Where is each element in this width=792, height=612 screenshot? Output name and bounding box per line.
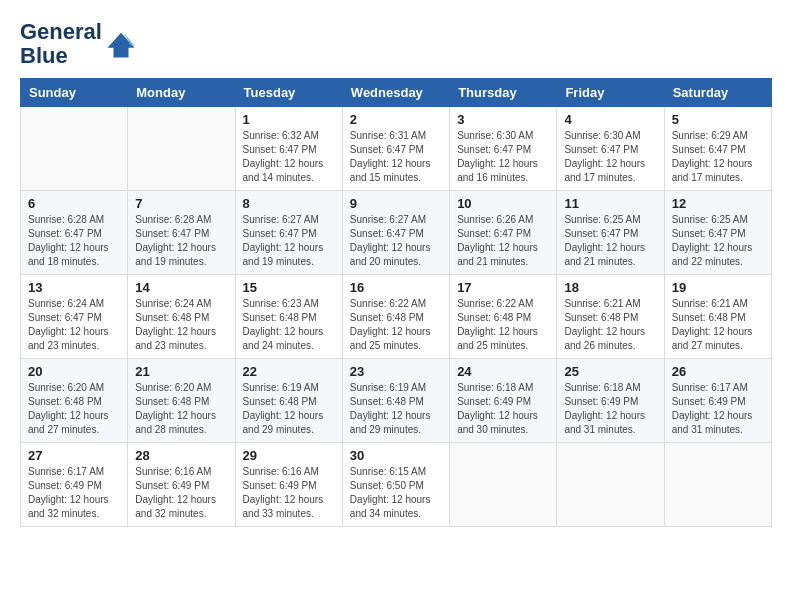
calendar-week-row: 27Sunrise: 6:17 AMSunset: 6:49 PMDayligh… (21, 443, 772, 527)
day-number: 11 (564, 196, 656, 211)
day-info: Sunrise: 6:24 AMSunset: 6:47 PMDaylight:… (28, 297, 120, 353)
calendar-cell: 11Sunrise: 6:25 AMSunset: 6:47 PMDayligh… (557, 191, 664, 275)
calendar-table: SundayMondayTuesdayWednesdayThursdayFrid… (20, 78, 772, 527)
calendar-cell: 13Sunrise: 6:24 AMSunset: 6:47 PMDayligh… (21, 275, 128, 359)
day-info: Sunrise: 6:25 AMSunset: 6:47 PMDaylight:… (672, 213, 764, 269)
calendar-cell: 20Sunrise: 6:20 AMSunset: 6:48 PMDayligh… (21, 359, 128, 443)
day-info: Sunrise: 6:16 AMSunset: 6:49 PMDaylight:… (135, 465, 227, 521)
calendar-cell: 24Sunrise: 6:18 AMSunset: 6:49 PMDayligh… (450, 359, 557, 443)
calendar-cell: 18Sunrise: 6:21 AMSunset: 6:48 PMDayligh… (557, 275, 664, 359)
day-info: Sunrise: 6:28 AMSunset: 6:47 PMDaylight:… (28, 213, 120, 269)
day-number: 7 (135, 196, 227, 211)
day-info: Sunrise: 6:27 AMSunset: 6:47 PMDaylight:… (350, 213, 442, 269)
day-info: Sunrise: 6:22 AMSunset: 6:48 PMDaylight:… (350, 297, 442, 353)
calendar-cell: 27Sunrise: 6:17 AMSunset: 6:49 PMDayligh… (21, 443, 128, 527)
calendar-cell (128, 107, 235, 191)
calendar-week-row: 13Sunrise: 6:24 AMSunset: 6:47 PMDayligh… (21, 275, 772, 359)
day-number: 1 (243, 112, 335, 127)
calendar-week-row: 20Sunrise: 6:20 AMSunset: 6:48 PMDayligh… (21, 359, 772, 443)
day-number: 25 (564, 364, 656, 379)
day-number: 14 (135, 280, 227, 295)
logo-text: GeneralBlue (20, 20, 102, 68)
day-number: 13 (28, 280, 120, 295)
calendar-cell: 4Sunrise: 6:30 AMSunset: 6:47 PMDaylight… (557, 107, 664, 191)
calendar-cell (664, 443, 771, 527)
day-number: 16 (350, 280, 442, 295)
calendar-cell (21, 107, 128, 191)
logo: GeneralBlue (20, 20, 136, 68)
day-number: 4 (564, 112, 656, 127)
day-number: 3 (457, 112, 549, 127)
day-info: Sunrise: 6:31 AMSunset: 6:47 PMDaylight:… (350, 129, 442, 185)
page-header: GeneralBlue (20, 20, 772, 68)
calendar-header-tuesday: Tuesday (235, 79, 342, 107)
day-info: Sunrise: 6:24 AMSunset: 6:48 PMDaylight:… (135, 297, 227, 353)
calendar-cell: 17Sunrise: 6:22 AMSunset: 6:48 PMDayligh… (450, 275, 557, 359)
calendar-header-saturday: Saturday (664, 79, 771, 107)
calendar-cell: 2Sunrise: 6:31 AMSunset: 6:47 PMDaylight… (342, 107, 449, 191)
day-info: Sunrise: 6:16 AMSunset: 6:49 PMDaylight:… (243, 465, 335, 521)
calendar-header-row: SundayMondayTuesdayWednesdayThursdayFrid… (21, 79, 772, 107)
day-info: Sunrise: 6:30 AMSunset: 6:47 PMDaylight:… (457, 129, 549, 185)
calendar-cell: 8Sunrise: 6:27 AMSunset: 6:47 PMDaylight… (235, 191, 342, 275)
day-info: Sunrise: 6:19 AMSunset: 6:48 PMDaylight:… (243, 381, 335, 437)
day-info: Sunrise: 6:20 AMSunset: 6:48 PMDaylight:… (135, 381, 227, 437)
calendar-week-row: 1Sunrise: 6:32 AMSunset: 6:47 PMDaylight… (21, 107, 772, 191)
day-info: Sunrise: 6:20 AMSunset: 6:48 PMDaylight:… (28, 381, 120, 437)
calendar-cell: 15Sunrise: 6:23 AMSunset: 6:48 PMDayligh… (235, 275, 342, 359)
calendar-cell: 1Sunrise: 6:32 AMSunset: 6:47 PMDaylight… (235, 107, 342, 191)
day-number: 23 (350, 364, 442, 379)
day-number: 21 (135, 364, 227, 379)
day-number: 17 (457, 280, 549, 295)
day-number: 22 (243, 364, 335, 379)
calendar-cell: 9Sunrise: 6:27 AMSunset: 6:47 PMDaylight… (342, 191, 449, 275)
day-info: Sunrise: 6:17 AMSunset: 6:49 PMDaylight:… (28, 465, 120, 521)
day-info: Sunrise: 6:21 AMSunset: 6:48 PMDaylight:… (672, 297, 764, 353)
day-number: 8 (243, 196, 335, 211)
day-number: 26 (672, 364, 764, 379)
calendar-cell: 29Sunrise: 6:16 AMSunset: 6:49 PMDayligh… (235, 443, 342, 527)
calendar-cell: 30Sunrise: 6:15 AMSunset: 6:50 PMDayligh… (342, 443, 449, 527)
calendar-cell: 16Sunrise: 6:22 AMSunset: 6:48 PMDayligh… (342, 275, 449, 359)
day-number: 12 (672, 196, 764, 211)
calendar-cell: 10Sunrise: 6:26 AMSunset: 6:47 PMDayligh… (450, 191, 557, 275)
calendar-cell: 7Sunrise: 6:28 AMSunset: 6:47 PMDaylight… (128, 191, 235, 275)
day-info: Sunrise: 6:29 AMSunset: 6:47 PMDaylight:… (672, 129, 764, 185)
day-number: 2 (350, 112, 442, 127)
day-number: 18 (564, 280, 656, 295)
day-number: 19 (672, 280, 764, 295)
day-info: Sunrise: 6:26 AMSunset: 6:47 PMDaylight:… (457, 213, 549, 269)
day-info: Sunrise: 6:30 AMSunset: 6:47 PMDaylight:… (564, 129, 656, 185)
calendar-cell: 26Sunrise: 6:17 AMSunset: 6:49 PMDayligh… (664, 359, 771, 443)
day-info: Sunrise: 6:23 AMSunset: 6:48 PMDaylight:… (243, 297, 335, 353)
day-info: Sunrise: 6:17 AMSunset: 6:49 PMDaylight:… (672, 381, 764, 437)
day-info: Sunrise: 6:18 AMSunset: 6:49 PMDaylight:… (564, 381, 656, 437)
day-info: Sunrise: 6:19 AMSunset: 6:48 PMDaylight:… (350, 381, 442, 437)
calendar-cell: 28Sunrise: 6:16 AMSunset: 6:49 PMDayligh… (128, 443, 235, 527)
calendar-cell: 6Sunrise: 6:28 AMSunset: 6:47 PMDaylight… (21, 191, 128, 275)
day-number: 6 (28, 196, 120, 211)
day-number: 10 (457, 196, 549, 211)
day-number: 15 (243, 280, 335, 295)
day-number: 5 (672, 112, 764, 127)
calendar-cell: 22Sunrise: 6:19 AMSunset: 6:48 PMDayligh… (235, 359, 342, 443)
day-number: 9 (350, 196, 442, 211)
calendar-header-thursday: Thursday (450, 79, 557, 107)
logo-icon (106, 29, 136, 59)
calendar-cell: 12Sunrise: 6:25 AMSunset: 6:47 PMDayligh… (664, 191, 771, 275)
calendar-cell (557, 443, 664, 527)
day-info: Sunrise: 6:27 AMSunset: 6:47 PMDaylight:… (243, 213, 335, 269)
calendar-header-friday: Friday (557, 79, 664, 107)
day-info: Sunrise: 6:15 AMSunset: 6:50 PMDaylight:… (350, 465, 442, 521)
calendar-cell: 19Sunrise: 6:21 AMSunset: 6:48 PMDayligh… (664, 275, 771, 359)
calendar-cell: 3Sunrise: 6:30 AMSunset: 6:47 PMDaylight… (450, 107, 557, 191)
calendar-cell (450, 443, 557, 527)
calendar-header-monday: Monday (128, 79, 235, 107)
day-number: 28 (135, 448, 227, 463)
day-number: 24 (457, 364, 549, 379)
calendar-week-row: 6Sunrise: 6:28 AMSunset: 6:47 PMDaylight… (21, 191, 772, 275)
day-number: 30 (350, 448, 442, 463)
calendar-cell: 5Sunrise: 6:29 AMSunset: 6:47 PMDaylight… (664, 107, 771, 191)
day-info: Sunrise: 6:22 AMSunset: 6:48 PMDaylight:… (457, 297, 549, 353)
calendar-cell: 23Sunrise: 6:19 AMSunset: 6:48 PMDayligh… (342, 359, 449, 443)
